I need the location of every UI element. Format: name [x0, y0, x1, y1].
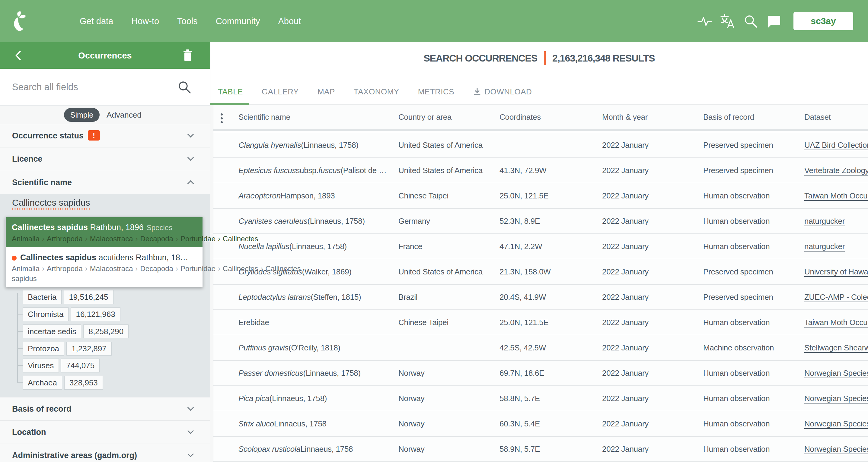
activity-icon[interactable] [697, 13, 713, 29]
dataset-link[interactable]: naturgucker [804, 217, 845, 226]
suggestion-item[interactable]: Callinectes sapidus Rathbun, 1896Species… [6, 217, 203, 247]
filter-scientific-name[interactable]: Scientific name [0, 171, 210, 194]
table-row[interactable]: Eptesicus fuscus subsp. fuscus (Palisot … [213, 158, 868, 184]
column-header-basis-of-record[interactable]: Basis of record [703, 105, 803, 129]
dataset-link[interactable]: Taiwan Moth Occurre [804, 318, 868, 327]
dataset-link[interactable]: Norwegian Species [804, 368, 868, 378]
dataset-link[interactable]: Stellwagen Shearwa [804, 343, 868, 353]
dataset-link[interactable]: Norwegian Species [804, 419, 868, 429]
cell-coordinates: 69.7N, 18.6E [499, 361, 600, 386]
translate-icon[interactable] [720, 13, 736, 29]
tab-map[interactable]: MAP [317, 87, 335, 97]
tab-label: METRICS [418, 87, 455, 97]
cell-month-year: 2022 January [602, 285, 702, 309]
taxon-chip-bacteria[interactable]: Bacteria19,516,245 [23, 290, 114, 304]
table-row[interactable]: Gryllodes sigillatus (Walker, 1869)Unite… [213, 259, 868, 285]
cell-scientific-name: Nucella lapillus (Linnaeus, 1758) [239, 234, 397, 259]
tab-taxonomy[interactable]: TAXONOMY [354, 87, 399, 97]
cell-country: United States of America [398, 259, 498, 284]
table-row[interactable]: Nucella lapillus (Linnaeus, 1758)France4… [213, 234, 868, 259]
tab-download[interactable]: DOWNLOAD [473, 87, 532, 97]
cell-basis-of-record: Preserved specimen [703, 285, 803, 309]
table-row[interactable]: Cyanistes caeruleus (Linnaeus, 1758)Germ… [213, 209, 868, 234]
taxon-chip-label: incertae sedis [23, 325, 81, 338]
back-chevron-icon[interactable] [14, 50, 22, 61]
cell-month-year: 2022 January [602, 361, 702, 386]
column-header-dataset[interactable]: Dataset [804, 105, 868, 129]
user-account-button[interactable]: sc3ay [794, 12, 853, 30]
column-header-month-year[interactable]: Month & year [602, 105, 702, 129]
gbif-logo-icon[interactable] [8, 11, 29, 31]
search-all-fields[interactable]: Search all fields [0, 69, 210, 105]
cell-basis-of-record: Machine observation [703, 335, 803, 360]
cell-basis-of-record: Human observation [703, 386, 803, 411]
filter-label: Licence [12, 147, 42, 171]
dataset-link[interactable]: Taiwan Moth Occurre [804, 191, 868, 201]
download-icon [473, 88, 482, 96]
taxon-chip-viruses[interactable]: Viruses744,075 [23, 359, 100, 372]
table-row[interactable]: Puffinus gravis (O'Reilly, 1818)42.5S, 4… [213, 335, 868, 361]
cell-month-year: 2022 January [602, 209, 702, 233]
rank-tag: Species [147, 224, 172, 232]
tab-table[interactable]: TABLE [218, 87, 243, 97]
table-row[interactable]: Clangula hyemalis (Linnaeus, 1758)United… [213, 133, 868, 158]
table-row[interactable]: Araeopteron Hampson, 1893Chinese Taipei2… [213, 184, 868, 209]
filter-basis-of-record[interactable]: Basis of record [0, 397, 210, 420]
cell-coordinates: 47.1N, 2.2W [499, 234, 600, 259]
cell-dataset: Taiwan Moth Occurre [804, 310, 868, 335]
taxon-chip-incertae-sedis[interactable]: incertae sedis8,258,290 [23, 325, 129, 338]
dataset-link[interactable]: Vertebrate Zoology D [804, 166, 868, 175]
taxon-chip-count: 19,516,245 [64, 290, 113, 304]
breadcrumb-chevron-icon: › [173, 264, 181, 273]
scientific-name-input[interactable]: Callinectes sapidus [12, 198, 90, 208]
filter-location[interactable]: Location [0, 420, 210, 443]
table-row[interactable]: Scolopax rusticola Linnaeus, 1758Norway5… [213, 437, 868, 462]
filter-administrative-areas-gadm-org[interactable]: Administrative areas (gadm.org) [0, 443, 210, 462]
kebab-menu-icon[interactable] [221, 113, 223, 124]
tab-metrics[interactable]: METRICS [418, 87, 455, 97]
dataset-link[interactable]: Norwegian Species [804, 394, 868, 403]
taxon-chip-archaea[interactable]: Archaea328,953 [23, 376, 103, 390]
taxon-chip-chromista[interactable]: Chromista16,121,963 [23, 307, 120, 321]
tab-label: TABLE [218, 87, 243, 97]
table-row[interactable]: Strix aluco Linnaeus, 1758Norway60.3N, 5… [213, 411, 868, 437]
suggestion-item[interactable]: Callinectes sapidus acutidens Rathbun, 1… [6, 247, 203, 287]
table-left-gutter [210, 105, 213, 462]
cell-coordinates: 58.8N, 5.7E [499, 386, 600, 411]
table-row[interactable]: ErebidaeChinese Taipei25.0N, 121.5E2022 … [213, 310, 868, 335]
table-row[interactable]: Pica pica (Linnaeus, 1758)Norway58.8N, 5… [213, 386, 868, 411]
nav-item-community[interactable]: Community [216, 0, 260, 42]
table-row[interactable]: Passer domesticus (Linnaeus, 1758)Norway… [213, 361, 868, 386]
dataset-link[interactable]: naturgucker [804, 242, 845, 251]
filter-occurrence-status[interactable]: Occurrence status! [0, 124, 210, 147]
toggle-simple[interactable]: Simple [64, 108, 100, 122]
cell-scientific-name: Cyanistes caeruleus (Linnaeus, 1758) [239, 209, 397, 233]
active-tab-underline [210, 103, 249, 105]
dataset-link[interactable]: University of Hawaii [804, 267, 868, 276]
column-header-scientific-name[interactable]: Scientific name [239, 105, 397, 129]
column-header-country-or-area[interactable]: Country or area [398, 105, 498, 129]
view-tabs: TABLEGALLERYMAPTAXONOMYMETRICSDOWNLOAD [218, 78, 532, 105]
search-icon[interactable] [743, 13, 758, 29]
nav-item-how-to[interactable]: How-to [131, 0, 159, 42]
trash-icon[interactable] [183, 50, 192, 62]
cell-coordinates: 52.3N, 8.9E [499, 209, 600, 233]
breadcrumb-chevron-icon: › [39, 235, 47, 243]
filter-licence[interactable]: Licence [0, 147, 210, 170]
chat-icon[interactable] [766, 13, 782, 29]
column-header-coordinates[interactable]: Coordinates [499, 105, 600, 129]
search-icon[interactable] [178, 80, 191, 94]
cell-dataset: University of Hawaii [804, 259, 868, 284]
nav-item-get-data[interactable]: Get data [80, 0, 113, 42]
tab-gallery[interactable]: GALLERY [262, 87, 299, 97]
nav-item-about[interactable]: About [278, 0, 301, 42]
dataset-link[interactable]: ZUEC-AMP - Coleçã [804, 293, 868, 302]
dataset-link[interactable]: Norwegian Species [804, 444, 868, 454]
dataset-link[interactable]: UAZ Bird Collection [804, 140, 868, 150]
nav-item-tools[interactable]: Tools [177, 0, 198, 42]
table-row[interactable]: Leptodactylus latrans (Steffen, 1815)Bra… [213, 285, 868, 310]
results-separator [544, 51, 546, 65]
filter-label: Occurrence status! [12, 124, 100, 147]
taxon-chip-protozoa[interactable]: Protozoa1,232,897 [23, 342, 112, 356]
toggle-advanced[interactable]: Advanced [106, 108, 142, 122]
